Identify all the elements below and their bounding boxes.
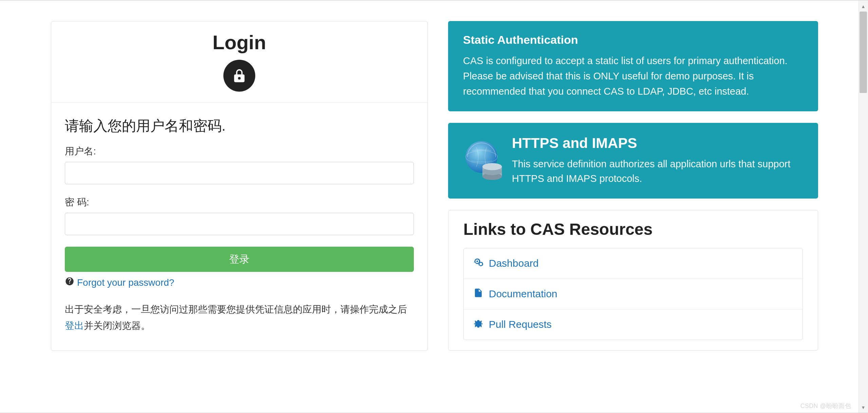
svg-point-6	[482, 163, 502, 170]
resource-label: Documentation	[489, 288, 557, 300]
globe-database-icon	[463, 138, 507, 183]
static-auth-title: Static Authentication	[463, 33, 803, 46]
password-input[interactable]	[65, 213, 414, 235]
logout-link[interactable]: 登出	[65, 320, 84, 331]
login-panel: Login 请输入您的用户名和密码. 用户名: 密 码: 登录	[51, 21, 428, 351]
login-title: Login	[51, 31, 427, 54]
scroll-down-arrow-icon[interactable]: ▾	[858, 402, 868, 412]
resource-label: Dashboard	[489, 258, 539, 269]
scroll-up-arrow-icon[interactable]: ▴	[858, 1, 868, 11]
watermark: CSDN @盼盼面包	[800, 402, 851, 410]
login-header: Login	[51, 21, 427, 103]
https-imaps-body: This service definition authorizes all a…	[512, 157, 803, 186]
username-label: 用户名:	[65, 145, 414, 158]
static-auth-body: CAS is configured to accept a static lis…	[463, 53, 803, 99]
https-imaps-title: HTTPS and IMAPS	[512, 135, 803, 151]
username-input[interactable]	[65, 162, 414, 184]
file-icon	[473, 288, 483, 300]
submit-button[interactable]: 登录	[65, 247, 414, 272]
resource-link-documentation[interactable]: Documentation	[464, 279, 802, 309]
security-note: 出于安全考虑，一旦您访问过那些需要您提供凭证信息的应用时，请操作完成之后登出并关…	[65, 301, 414, 334]
vertical-scrollbar[interactable]: ▴ ▾	[858, 1, 868, 413]
static-auth-alert: Static Authentication CAS is configured …	[448, 21, 818, 111]
forgot-password-link[interactable]: Forgot your password?	[77, 277, 174, 288]
login-prompt: 请输入您的用户名和密码.	[65, 116, 414, 135]
resource-label: Pull Requests	[489, 319, 552, 330]
resource-link-pull-requests[interactable]: Pull Requests	[464, 309, 802, 340]
cogs-icon	[473, 257, 483, 270]
bug-icon	[473, 318, 483, 331]
question-circle-icon	[65, 277, 74, 288]
https-imaps-alert: HTTPS and IMAPS This service definition …	[448, 123, 818, 199]
scroll-thumb[interactable]	[860, 12, 867, 93]
password-label: 密 码:	[65, 196, 414, 209]
lock-icon	[223, 60, 255, 92]
resources-title: Links to CAS Resources	[448, 210, 818, 248]
resources-panel: Links to CAS Resources Dashboard Documen…	[448, 210, 818, 351]
resource-link-dashboard[interactable]: Dashboard	[464, 248, 802, 279]
